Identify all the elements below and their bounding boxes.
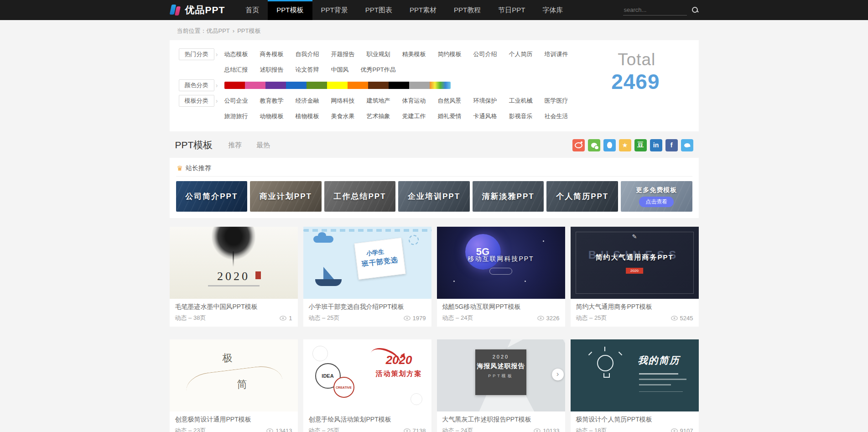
color-swatch[interactable] — [307, 82, 327, 89]
qzone-icon[interactable]: ★ — [619, 139, 631, 151]
template-title[interactable]: 简约大气通用商务PPT模板 — [571, 299, 699, 311]
template-card[interactable]: BUSINESS简约大气通用商务PPT2020 简约大气通用商务PPT模板 动态… — [571, 227, 699, 327]
category-link[interactable]: 论文答辩 — [296, 63, 319, 77]
nav-item[interactable]: 首页 — [237, 0, 268, 20]
category-link[interactable]: 述职报告 — [260, 63, 284, 77]
color-swatch[interactable] — [265, 82, 286, 89]
category-link[interactable]: 个人简历 — [509, 47, 533, 61]
color-swatch[interactable] — [389, 82, 409, 89]
template-thumbnail[interactable]: 2020 — [170, 227, 298, 299]
color-swatch[interactable] — [368, 82, 389, 89]
color-swatch[interactable] — [245, 82, 265, 89]
template-card[interactable]: 我的简历 极简设计个人简历PPT模板 动态 – 18页 9107 — [571, 339, 699, 432]
color-swatch-rainbow[interactable] — [430, 82, 450, 89]
template-thumbnail[interactable]: 我的简历 — [571, 339, 699, 411]
promo-banner[interactable]: 公司简介PPT — [176, 181, 248, 212]
weibo-icon[interactable] — [572, 139, 585, 151]
nav-item[interactable]: PPT图表 — [357, 0, 401, 20]
category-link[interactable]: 优秀PPT作品 — [361, 63, 396, 77]
category-link[interactable]: 植物模板 — [296, 109, 319, 123]
tab-hottest[interactable]: 最热 — [256, 141, 270, 150]
nav-item[interactable]: PPT模板 — [268, 0, 312, 20]
template-thumbnail[interactable]: 2020海报风述职报告PPT模板 — [437, 339, 565, 411]
promo-banner[interactable]: 工作总结PPT — [324, 181, 396, 212]
template-thumbnail[interactable]: BUSINESS简约大气通用商务PPT2020 — [571, 227, 699, 299]
category-link[interactable]: 影视音乐 — [509, 109, 533, 123]
template-title[interactable]: 炫酷5G移动互联网PPT模板 — [437, 299, 565, 311]
breadcrumb-home-link[interactable]: 优品PPT — [207, 27, 230, 34]
template-thumbnail[interactable]: 极简 — [170, 339, 298, 411]
promo-banner[interactable]: 清新淡雅PPT — [473, 181, 544, 212]
nav-item[interactable]: PPT素材 — [401, 0, 445, 20]
category-link[interactable]: 社会生活 — [545, 109, 568, 123]
search-icon[interactable] — [691, 6, 699, 14]
wechat-icon[interactable] — [588, 139, 600, 151]
template-card[interactable]: 小学生班干部竞选 小学班干部竞选自我介绍PPT模板 动态 – 25页 1979 — [303, 227, 431, 327]
template-card[interactable]: 极简 创意极简设计通用PPT模板 动态 – 23页 13413 — [170, 339, 298, 432]
site-logo[interactable]: 优品PPT — [170, 4, 225, 16]
twitter-icon[interactable] — [681, 139, 693, 151]
template-thumbnail[interactable]: 5G移动互联网科技PPT — [437, 227, 565, 299]
category-link[interactable]: 美食水果 — [331, 109, 355, 123]
section-title[interactable]: PPT模板 — [175, 139, 213, 151]
category-link[interactable]: 动物模板 — [260, 109, 284, 123]
category-link[interactable]: 卡通风格 — [473, 109, 497, 123]
category-link[interactable]: 简约模板 — [438, 47, 462, 61]
category-link[interactable]: 公司介绍 — [473, 47, 497, 61]
color-swatch[interactable] — [348, 82, 368, 89]
template-title[interactable]: 毛笔墨迹水墨中国风PPT模板 — [170, 299, 298, 311]
category-link[interactable]: 精美模板 — [402, 47, 426, 61]
promo-banner[interactable]: 商业计划PPT — [250, 181, 322, 212]
category-link[interactable]: 婚礼爱情 — [438, 109, 462, 123]
template-card[interactable]: 5G移动互联网科技PPT 炫酷5G移动互联网PPT模板 动态 – 24页 322… — [437, 227, 565, 327]
promo-banner[interactable]: 个人简历PPT — [546, 181, 618, 212]
category-link[interactable]: 旅游旅行 — [224, 109, 248, 123]
nav-item[interactable]: PPT背景 — [312, 0, 357, 20]
template-thumbnail[interactable]: 小学生班干部竞选 — [303, 227, 431, 299]
category-link[interactable]: 自然风景 — [438, 94, 462, 108]
color-swatch[interactable] — [286, 82, 307, 89]
douban-icon[interactable]: 豆 — [634, 139, 647, 151]
qq-icon[interactable] — [603, 139, 616, 151]
template-card[interactable]: IDEACREATIVE2020活动策划方案 创意手绘风活动策划PPT模板 动态… — [303, 339, 431, 432]
color-swatch[interactable] — [409, 82, 430, 89]
nav-item[interactable]: 节日PPT — [489, 0, 534, 20]
category-link[interactable]: 培训课件 — [545, 47, 568, 61]
template-title[interactable]: 创意极简设计通用PPT模板 — [170, 411, 298, 424]
facebook-icon[interactable]: f — [665, 139, 678, 151]
category-link[interactable]: 开题报告 — [331, 47, 355, 61]
category-link[interactable]: 网络科技 — [331, 94, 355, 108]
template-title[interactable]: 小学班干部竞选自我介绍PPT模板 — [303, 299, 431, 311]
template-title[interactable]: 极简设计个人简历PPT模板 — [571, 411, 699, 424]
nav-item[interactable]: PPT教程 — [445, 0, 489, 20]
linkedin-icon[interactable]: in — [650, 139, 662, 151]
nav-item[interactable]: 字体库 — [534, 0, 572, 20]
category-link[interactable]: 教育教学 — [260, 94, 284, 108]
category-link[interactable]: 环境保护 — [473, 94, 497, 108]
promo-banner[interactable]: 企业培训PPT — [398, 181, 470, 212]
category-link[interactable]: 职业规划 — [367, 47, 390, 61]
category-link[interactable]: 医学医疗 — [545, 94, 568, 108]
promo-banner[interactable]: 更多免费模板 点击查看 — [621, 181, 692, 212]
category-link[interactable]: 自我介绍 — [296, 47, 319, 61]
category-link[interactable]: 体育运动 — [402, 94, 426, 108]
template-title[interactable]: 大气黑灰工作述职报告PPT模板 — [437, 411, 565, 424]
promo-banner-button[interactable]: 点击查看 — [639, 197, 674, 207]
category-link[interactable]: 艺术抽象 — [367, 109, 390, 123]
category-link[interactable]: 动态模板 — [224, 47, 248, 61]
category-link[interactable]: 总结汇报 — [224, 63, 248, 77]
search-input[interactable] — [623, 5, 687, 16]
template-title[interactable]: 创意手绘风活动策划PPT模板 — [303, 411, 431, 424]
template-thumbnail[interactable]: IDEACREATIVE2020活动策划方案 — [303, 339, 431, 411]
category-link[interactable]: 经济金融 — [296, 94, 319, 108]
category-link[interactable]: 党建工作 — [402, 109, 426, 123]
category-link[interactable]: 商务模板 — [260, 47, 284, 61]
category-link[interactable]: 建筑地产 — [367, 94, 390, 108]
template-card[interactable]: 2020 毛笔墨迹水墨中国风PPT模板 动态 – 38页 1 — [170, 227, 298, 327]
color-swatch[interactable] — [224, 82, 245, 89]
template-card[interactable]: 2020海报风述职报告PPT模板 大气黑灰工作述职报告PPT模板 动态 – 24… — [437, 339, 565, 432]
tab-recommended[interactable]: 推荐 — [228, 141, 242, 150]
category-link[interactable]: 中国风 — [331, 63, 349, 77]
color-swatch[interactable] — [327, 82, 348, 89]
category-link[interactable]: 公司企业 — [224, 94, 248, 108]
